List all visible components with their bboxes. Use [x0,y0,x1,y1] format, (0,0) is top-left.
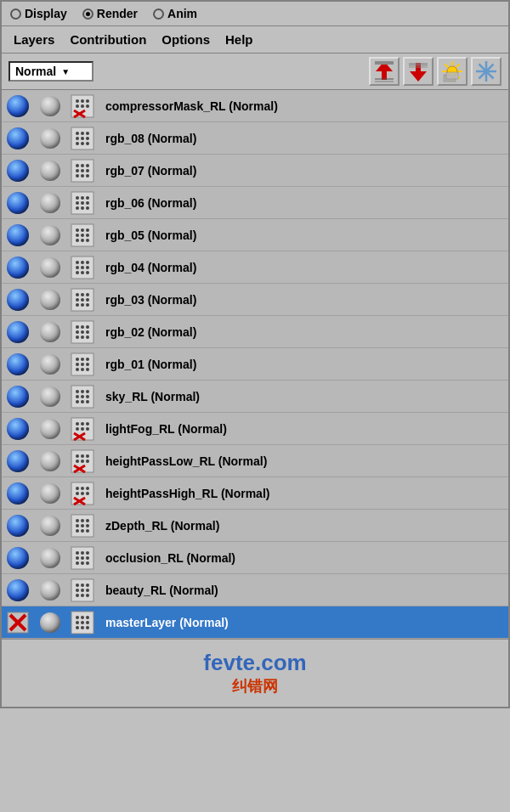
move-up-button[interactable] [369,57,400,86]
layer-row[interactable]: rgb_07 (Normal) [2,155,508,187]
sphere-blue-icon [7,224,29,246]
layer-name: lightFog_RL (Normal) [99,422,508,436]
sphere-blue-icon [7,353,29,375]
layer-row[interactable]: beauty_RL (Normal) [2,574,508,606]
layer-row[interactable]: rgb_04 (Normal) [2,251,508,284]
layer-row[interactable]: heightPassLow_RL (Normal) [2,445,508,477]
sphere-gray-icon [40,483,60,504]
settings-icon [70,610,95,635]
svg-point-187 [81,616,84,619]
layer-icon-2 [34,225,66,245]
svg-point-106 [76,358,79,361]
svg-point-139 [81,460,84,463]
svg-point-189 [76,621,79,624]
layer-icon-2 [34,516,66,536]
svg-point-137 [86,454,89,458]
svg-point-131 [86,427,89,431]
svg-point-129 [76,427,79,431]
svg-point-138 [76,460,79,463]
dropdown-value: Normal [15,65,56,78]
sphere-gray-icon [40,419,60,439]
move-down-button[interactable] [403,57,434,86]
layer-row[interactable]: compressorMask_RL (Normal) [2,90,508,122]
svg-point-28 [81,99,84,103]
layer-row[interactable]: heightPassHigh_RL (Normal) [2,477,508,510]
svg-point-98 [86,325,89,329]
svg-point-68 [86,228,89,232]
menu-contribution[interactable]: Contribution [63,30,153,49]
layer-name: compressorMask_RL (Normal) [99,99,508,113]
svg-point-99 [76,330,79,334]
radio-bar: Display Render Anim [2,2,508,26]
layer-row[interactable]: zDepth_RL (Normal) [2,510,508,542]
svg-line-14 [445,65,449,68]
sphere-gray-icon [40,128,60,149]
svg-point-88 [86,293,89,296]
layer-row[interactable]: rgb_03 (Normal) [2,284,508,316]
layer-icon-2 [34,419,66,439]
radio-render[interactable]: Render [82,7,138,20]
move-up-icon [372,59,396,83]
menu-help[interactable]: Help [218,30,260,49]
sphere-gray-icon [40,290,60,310]
layer-icon-3 [66,610,99,635]
layer-row[interactable]: rgb_05 (Normal) [2,219,508,251]
svg-point-46 [76,164,79,167]
layer-row[interactable]: occlusion_RL (Normal) [2,542,508,574]
svg-point-177 [81,589,84,592]
menu-options[interactable]: Options [155,30,217,49]
svg-point-191 [86,621,89,624]
svg-rect-7 [409,63,428,65]
layer-icon-1 [2,95,34,117]
svg-point-58 [86,196,89,200]
svg-point-78 [86,261,89,264]
svg-point-145 [81,487,84,490]
svg-point-153 [76,519,79,522]
sphere-blue-icon [7,192,29,214]
svg-point-64 [86,206,89,210]
menu-bar: Layers Contribution Options Help [2,26,508,54]
layer-row[interactable]: rgb_01 (Normal) [2,348,508,381]
svg-point-127 [81,422,84,426]
svg-point-89 [76,298,79,302]
layer-icon-3 [66,481,99,506]
layer-row[interactable]: sky_RL (Normal) [2,381,508,413]
svg-point-48 [86,164,89,167]
layer-row[interactable]: masterLayer (Normal) [2,606,508,639]
svg-point-108 [86,358,89,361]
layer-icon-3 [66,287,99,313]
layer-row[interactable]: rgb_06 (Normal) [2,187,508,219]
svg-point-170 [81,561,84,565]
svg-point-76 [76,261,79,264]
svg-point-73 [81,239,84,242]
render-button[interactable] [437,57,468,86]
svg-point-90 [81,298,84,302]
blend-mode-dropdown[interactable]: Normal ▼ [8,61,94,82]
svg-point-29 [86,99,89,103]
radio-display[interactable]: Display [10,7,67,20]
svg-point-109 [76,363,79,366]
layer-icon-1 [2,515,34,537]
svg-point-39 [76,137,79,140]
settings-icon [70,545,95,571]
svg-rect-8 [409,65,428,68]
layer-icon-3 [66,190,99,216]
svg-point-111 [86,363,89,366]
layer-row[interactable]: rgb_08 (Normal) [2,122,508,155]
freeze-button[interactable] [471,57,502,86]
radio-anim[interactable]: Anim [153,7,197,20]
svg-point-118 [86,390,89,393]
layer-row[interactable]: lightFog_RL (Normal) [2,413,508,445]
menu-layers[interactable]: Layers [7,30,61,49]
svg-point-186 [76,616,79,619]
svg-point-114 [86,368,89,371]
svg-point-60 [81,201,84,205]
settings-icon [70,126,95,151]
layer-name: rgb_08 (Normal) [99,132,508,145]
svg-point-135 [76,454,79,458]
sphere-gray-icon [40,161,60,181]
sphere-gray-icon [40,548,60,568]
layer-row[interactable]: rgb_02 (Normal) [2,316,508,348]
sphere-gray-icon [40,580,60,601]
svg-point-103 [81,336,84,339]
